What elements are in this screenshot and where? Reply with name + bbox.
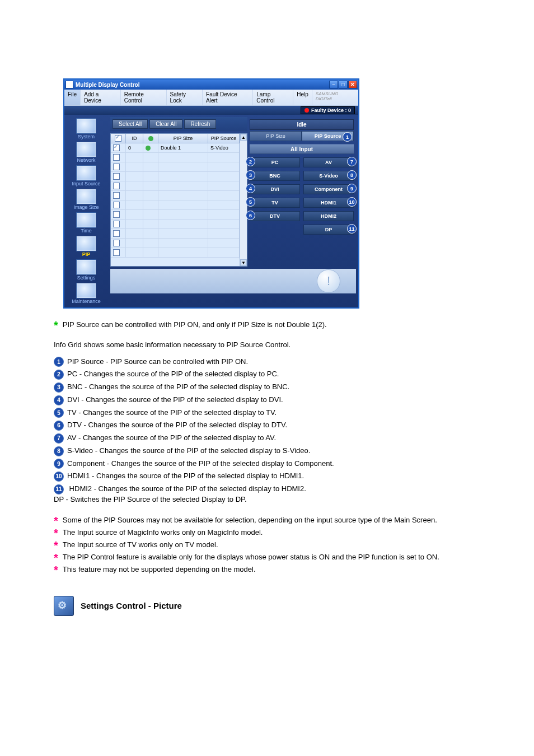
- sidebar-item-input-source[interactable]: Input Source: [64, 164, 108, 188]
- grid-row[interactable]: [111, 172, 240, 181]
- sidebar-item-image-size[interactable]: Image Size: [64, 188, 108, 211]
- note-red-3: *The Input source of TV works only on TV…: [54, 540, 484, 551]
- pip-src-tv-label: TV: [271, 200, 278, 206]
- info-icon: !: [317, 269, 340, 293]
- badge-10-icon: 10: [54, 472, 64, 482]
- row-checkbox[interactable]: [113, 164, 120, 170]
- tab-pip-source[interactable]: PIP Source 1: [302, 131, 354, 141]
- grid-head-status[interactable]: [143, 134, 158, 143]
- grid-head-pipsize[interactable]: PIP Size: [158, 134, 208, 143]
- sidebar-item-settings[interactable]: Settings: [64, 258, 108, 282]
- row-checkbox[interactable]: [113, 144, 120, 151]
- grid-row[interactable]: [111, 239, 240, 248]
- grid-row-0[interactable]: 0 Double 1 S-Video: [111, 143, 240, 153]
- row-checkbox[interactable]: [113, 173, 120, 180]
- row-checkbox[interactable]: [113, 230, 120, 237]
- menu-add-device[interactable]: Add a Device: [81, 90, 121, 105]
- callout-5: 5: [246, 197, 255, 207]
- callout-9: 9: [347, 184, 357, 193]
- sidebar-item-network[interactable]: Network: [64, 141, 108, 164]
- grid-row[interactable]: [111, 153, 240, 162]
- pip-src-tv[interactable]: TV5: [250, 198, 300, 208]
- pip-src-pc-label: PC: [271, 160, 279, 165]
- star-red-icon: *: [54, 515, 58, 526]
- maximize-button[interactable]: □: [339, 81, 348, 88]
- pip-src-pc[interactable]: PC2: [250, 157, 300, 167]
- menu-safety-lock[interactable]: Safety Lock: [167, 90, 203, 105]
- badge-6-icon: 6: [54, 421, 64, 431]
- row-checkbox[interactable]: [113, 221, 120, 227]
- grid-row[interactable]: [111, 200, 240, 210]
- grid-row[interactable]: [111, 210, 240, 220]
- minimize-button[interactable]: –: [329, 81, 338, 88]
- network-icon: [76, 142, 96, 157]
- menu-remote-control[interactable]: Remote Control: [121, 90, 167, 105]
- grid-row[interactable]: [111, 191, 240, 200]
- grid-head-pipsource[interactable]: PIP Source: [208, 134, 240, 143]
- doc-line-3: 3BNC - Changes the source of the PIP of …: [54, 382, 484, 393]
- sidebar-label-network: Network: [64, 157, 108, 163]
- grid-row[interactable]: [111, 220, 240, 229]
- menu-fault-device-alert[interactable]: Fault Device Alert: [203, 90, 253, 105]
- sidebar-item-system[interactable]: System: [64, 117, 108, 141]
- bottom-strip: !: [110, 269, 356, 293]
- sidebar-label-pip: PIP: [64, 251, 108, 257]
- callout-2: 2: [246, 157, 255, 166]
- faulty-device-badge[interactable]: Faulty Device : 0: [301, 106, 355, 114]
- brand-label: SAMSUNG DIGITall: [312, 90, 358, 105]
- note-red-3-text: The Input source of TV works only on TV …: [63, 540, 218, 550]
- info-line: Info Grid shows some basic information n…: [54, 340, 484, 350]
- maintenance-icon: [76, 283, 96, 298]
- scroll-down-icon[interactable]: ▼: [240, 259, 247, 266]
- window-title: Multiple Display Control: [76, 82, 329, 88]
- menu-help[interactable]: Help: [293, 90, 312, 105]
- sidebar-item-maintenance[interactable]: Maintenance: [64, 282, 108, 305]
- refresh-button[interactable]: Refresh: [184, 119, 216, 129]
- row-checkbox[interactable]: [113, 249, 120, 256]
- badge-2-icon: 2: [54, 370, 64, 380]
- sidebar-item-pip[interactable]: PIP: [64, 235, 108, 258]
- callout-3: 3: [246, 170, 255, 180]
- doc-text-5: TV - Changes the source of the PIP of th…: [67, 408, 277, 417]
- scroll-up-icon[interactable]: ▲: [240, 134, 247, 141]
- callout-8: 8: [347, 170, 357, 180]
- badge-1-icon: 1: [54, 357, 64, 367]
- grid-row[interactable]: [111, 229, 240, 239]
- pip-src-svideo[interactable]: S-Video8: [303, 171, 354, 181]
- grid-head-id[interactable]: ID: [126, 134, 143, 143]
- pip-src-dvi-label: DVI: [270, 186, 279, 192]
- pip-src-bnc[interactable]: BNC3: [250, 171, 300, 181]
- pip-src-dp[interactable]: DP11: [303, 225, 354, 235]
- tab-pip-size[interactable]: PIP Size: [250, 131, 302, 141]
- app-icon: [65, 81, 73, 88]
- row-checkbox[interactable]: [113, 202, 120, 208]
- row-checkbox[interactable]: [113, 192, 120, 199]
- row-checkbox[interactable]: [113, 211, 120, 218]
- note-red-4-text: The PIP Control feature is available onl…: [63, 552, 439, 562]
- row-checkbox[interactable]: [113, 240, 120, 246]
- system-icon: [76, 118, 96, 134]
- grid-row[interactable]: [111, 248, 240, 258]
- callout-11: 11: [347, 224, 357, 234]
- doc-line-10: 10HDMI1 - Changes the source of the PIP …: [54, 471, 484, 482]
- pip-src-component[interactable]: Component9: [303, 184, 354, 194]
- pip-src-dvi[interactable]: DVI4: [250, 184, 300, 194]
- grid-head-checkbox[interactable]: [111, 134, 126, 143]
- pip-src-dtv[interactable]: DTV6: [250, 211, 300, 221]
- row-checkbox[interactable]: [113, 154, 120, 161]
- sidebar-label-image: Image Size: [64, 204, 108, 210]
- menu-file[interactable]: File: [64, 90, 81, 105]
- close-button[interactable]: ✕: [348, 81, 357, 88]
- row-checkbox[interactable]: [113, 183, 120, 189]
- pip-src-av[interactable]: AV7: [303, 157, 354, 167]
- pip-src-hdmi2[interactable]: HDMI2: [303, 211, 354, 221]
- grid-row[interactable]: [111, 162, 240, 172]
- pip-src-hdmi1[interactable]: HDMI110: [303, 198, 354, 208]
- select-all-button[interactable]: Select All: [113, 119, 148, 129]
- menu-lamp-control[interactable]: Lamp Control: [253, 90, 293, 105]
- sidebar-item-time[interactable]: Time: [64, 211, 108, 235]
- clear-all-button[interactable]: Clear All: [149, 119, 182, 129]
- app-body: System Network Input Source Image Size T…: [64, 115, 358, 307]
- badge-7-icon: 7: [54, 433, 64, 444]
- grid-row[interactable]: [111, 181, 240, 191]
